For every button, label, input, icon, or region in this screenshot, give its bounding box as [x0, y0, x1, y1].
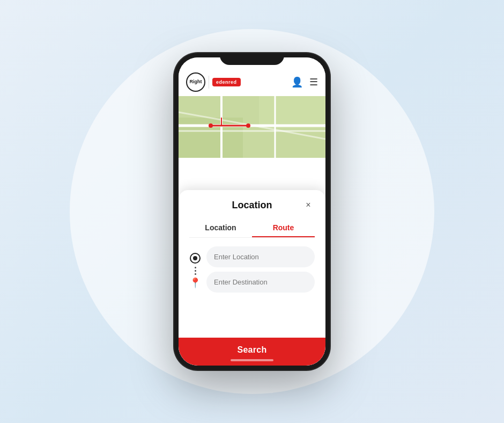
destination-input[interactable]: [206, 272, 315, 293]
route-inputs: [206, 246, 315, 293]
route-dots-connector: [195, 265, 196, 277]
dot-2: [195, 270, 196, 272]
modal-header: Location ×: [189, 199, 315, 212]
modal-title: Location: [202, 200, 302, 211]
tab-route[interactable]: Route: [252, 219, 315, 237]
location-input[interactable]: [206, 246, 315, 267]
dot-3: [195, 273, 196, 275]
route-form: 📍: [189, 246, 315, 301]
location-circle-icon: [190, 253, 201, 264]
route-icons: 📍: [189, 246, 201, 288]
phone-notch: [220, 53, 284, 65]
phone-frame: Right edenred 👤 ☰: [174, 53, 330, 370]
modal-overlay: Location × Location Route: [179, 57, 325, 366]
tab-location[interactable]: Location: [189, 219, 252, 237]
location-circle-inner: [193, 256, 197, 260]
destination-pin-icon: 📍: [189, 278, 201, 288]
phone-screen: Right edenred 👤 ☰: [179, 57, 325, 366]
bottom-bar: Search: [179, 338, 325, 366]
search-button[interactable]: Search: [189, 345, 315, 355]
home-indicator: [231, 359, 273, 361]
tabs: Location Route: [189, 219, 315, 238]
modal-close-button[interactable]: ×: [302, 199, 315, 212]
dot-1: [195, 267, 196, 268]
